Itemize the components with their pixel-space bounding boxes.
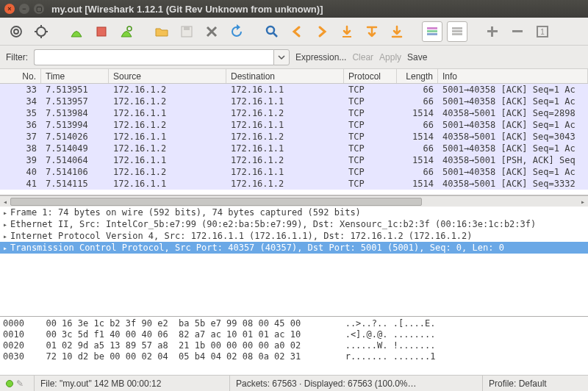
col-header-protocol[interactable]: Protocol [344, 69, 397, 83]
restart-capture-button[interactable] [116, 21, 137, 42]
window-titlebar: × − ▢ my.out [Wireshark 1.12.1 (Git Rev … [0, 0, 588, 18]
svg-text:1: 1 [540, 28, 545, 36]
status-profile[interactable]: Profile: Default [482, 376, 585, 391]
detail-row-frame[interactable]: ▸Frame 1: 74 bytes on wire (592 bits), 7… [0, 207, 588, 218]
svg-rect-20 [452, 33, 462, 35]
packet-row[interactable]: 387.514049172.16.1.2172.16.1.1TCP665001→… [0, 143, 588, 154]
expand-icon[interactable]: ▸ [3, 220, 10, 229]
expert-led-icon [6, 380, 13, 387]
zoom-reset-button[interactable]: 1 [532, 21, 553, 42]
status-packets: Packets: 67563 · Displayed: 67563 (100.0… [229, 376, 478, 391]
detail-row-ip[interactable]: ▸Internet Protocol Version 4, Src: 172.1… [0, 230, 588, 242]
start-capture-button[interactable] [66, 21, 87, 42]
packet-row[interactable]: 347.513957172.16.1.2172.16.1.1TCP665001→… [0, 96, 588, 107]
find-button[interactable] [262, 21, 282, 42]
go-back-button[interactable] [287, 21, 307, 42]
maximize-window-button[interactable]: ▢ [34, 4, 44, 14]
expand-icon[interactable]: ▸ [3, 209, 10, 217]
expand-icon[interactable]: ▸ [3, 244, 10, 252]
svg-rect-18 [452, 27, 462, 29]
minimize-window-button[interactable]: − [19, 4, 29, 14]
stop-capture-button[interactable] [91, 21, 112, 42]
go-to-packet-button[interactable] [337, 21, 357, 42]
reload-button[interactable] [226, 21, 247, 42]
go-last-button[interactable] [387, 21, 407, 42]
packet-row[interactable]: 377.514026172.16.1.1172.16.1.2TCP1514403… [0, 131, 588, 143]
col-header-destination[interactable]: Destination [226, 69, 344, 83]
packet-details-pane[interactable]: ▸Frame 1: 74 bytes on wire (592 bits), 7… [0, 207, 588, 317]
hex-row[interactable]: 0000 00 16 3e 1c b2 3f 90 e2 ba 5b e7 99… [0, 318, 588, 329]
detail-row-ethernet[interactable]: ▸Ethernet II, Src: IntelCor_5b:e7:99 (90… [0, 218, 588, 230]
window-controls: × − ▢ [4, 4, 44, 14]
go-first-button[interactable] [362, 21, 382, 42]
svg-point-2 [37, 27, 46, 36]
window-title: my.out [Wireshark 1.12.1 (Git Rev Unknow… [51, 4, 323, 15]
packet-list-pane[interactable]: No. Time Source Destination Protocol Len… [0, 69, 588, 196]
svg-rect-15 [427, 27, 437, 29]
scroll-left-icon[interactable]: ◂ [0, 196, 10, 207]
apply-button[interactable]: Apply [379, 52, 401, 62]
expert-info-button[interactable]: ✎ [3, 376, 29, 391]
svg-rect-7 [97, 27, 106, 36]
svg-rect-23 [512, 30, 523, 32]
svg-rect-16 [427, 30, 437, 32]
svg-point-8 [127, 26, 132, 31]
svg-point-13 [267, 26, 274, 34]
clear-button[interactable]: Clear [352, 52, 373, 62]
packet-row[interactable]: 367.513994172.16.1.2172.16.1.1TCP665001→… [0, 119, 588, 131]
zoom-out-button[interactable] [507, 21, 528, 42]
col-header-source[interactable]: Source [109, 69, 226, 83]
save-filter-button[interactable]: Save [407, 52, 427, 62]
close-window-button[interactable]: × [4, 4, 15, 14]
expression-button[interactable]: Expression... [295, 52, 346, 62]
expand-icon[interactable]: ▸ [3, 232, 10, 240]
colorize-button[interactable] [422, 21, 442, 42]
packet-row[interactable]: 397.514064172.16.1.1172.16.1.2TCP1514403… [0, 154, 588, 166]
packet-bytes-pane[interactable]: 0000 00 16 3e 1c b2 3f 90 e2 ba 5b e7 99… [0, 317, 588, 375]
zoom-in-button[interactable] [482, 21, 503, 42]
options-button[interactable] [31, 21, 51, 42]
hex-row[interactable]: 0020 01 02 9d a5 13 89 57 a8 21 1b 00 00… [0, 340, 588, 351]
packet-row[interactable]: 337.513951172.16.1.2172.16.1.1TCP665001→… [0, 84, 588, 96]
status-bar: ✎ File: "my.out" 142 MB 00:00:12 Packets… [0, 375, 588, 391]
capture-comment-icon[interactable]: ✎ [16, 379, 24, 389]
scroll-right-icon[interactable]: ▸ [578, 196, 588, 207]
detail-row-tcp[interactable]: ▸Transmission Control Protocol, Src Port… [0, 242, 588, 254]
svg-line-14 [273, 33, 277, 37]
col-header-info[interactable]: Info [438, 69, 588, 83]
filter-input[interactable] [34, 49, 273, 65]
svg-rect-22 [491, 26, 493, 37]
main-toolbar: 1 [0, 18, 588, 46]
packet-list-hscrollbar[interactable]: ◂ ▸ [0, 196, 588, 207]
scroll-thumb[interactable] [10, 198, 422, 206]
svg-point-1 [14, 29, 18, 34]
hex-row[interactable]: 0030 72 10 d2 be 00 00 02 04 05 b4 04 02… [0, 351, 588, 362]
interfaces-button[interactable] [6, 21, 26, 42]
hex-row[interactable]: 0010 00 3c 5d f1 40 00 40 06 82 a7 ac 10… [0, 329, 588, 340]
status-file: File: "my.out" 142 MB 00:00:12 [34, 376, 225, 391]
packet-row[interactable]: 407.514106172.16.1.2172.16.1.1TCP665001→… [0, 166, 588, 178]
svg-rect-19 [452, 30, 462, 32]
col-header-length[interactable]: Length [397, 69, 438, 83]
col-header-time[interactable]: Time [41, 69, 109, 83]
filter-toolbar: Filter: Expression... Clear Apply Save [0, 46, 588, 69]
auto-scroll-button[interactable] [447, 21, 467, 42]
filter-dropdown-button[interactable] [273, 49, 290, 65]
close-file-button[interactable] [201, 21, 222, 42]
open-file-button[interactable] [151, 21, 172, 42]
save-file-button[interactable] [176, 21, 197, 42]
col-header-no[interactable]: No. [0, 69, 41, 83]
packet-row[interactable]: 417.514115172.16.1.1172.16.1.2TCP1514403… [0, 178, 588, 190]
svg-point-0 [11, 26, 21, 37]
filter-label: Filter: [6, 52, 28, 62]
packet-list-header[interactable]: No. Time Source Destination Protocol Len… [0, 69, 588, 84]
svg-rect-10 [184, 26, 190, 30]
svg-rect-17 [427, 33, 437, 35]
packet-row[interactable]: 357.513984172.16.1.1172.16.1.2TCP1514403… [0, 107, 588, 119]
go-forward-button[interactable] [312, 21, 332, 42]
